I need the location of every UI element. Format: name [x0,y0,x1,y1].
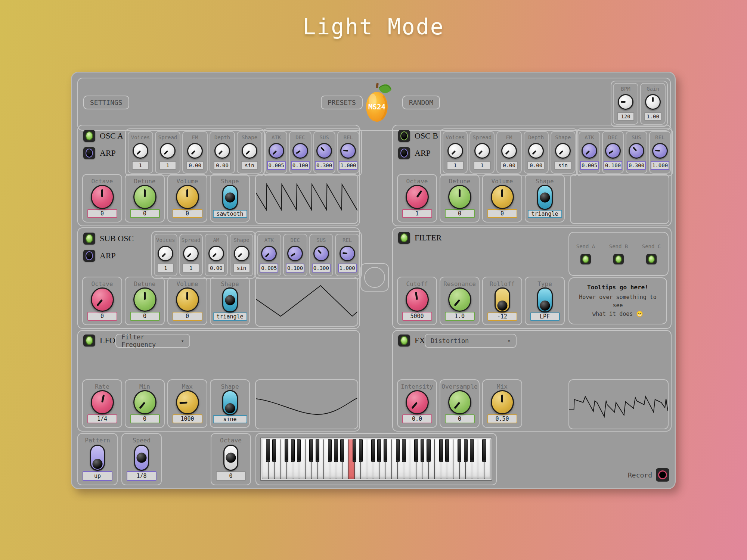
osc-a-depth-value[interactable]: 0.00 [214,161,231,170]
sub-osc-dec-knob[interactable] [287,246,303,261]
sub-osc-shape-toggle[interactable] [222,287,238,312]
record-button[interactable] [656,468,669,482]
sub-osc-am-knob[interactable] [208,246,224,261]
osc-b-sus-knob[interactable] [629,143,644,159]
osc-b-detune-value[interactable]: 0 [445,209,475,218]
osc-a-detune-knob[interactable] [133,185,156,209]
lfo-max-value[interactable]: 1000 [173,414,202,423]
sub-osc-voices-value[interactable]: 1 [157,264,174,273]
osc-a-atk-knob[interactable] [269,143,284,159]
presets-button[interactable]: PRESETS [321,96,363,109]
piano-black-key[interactable] [297,439,301,462]
piano-black-key[interactable] [328,439,332,462]
send-c-led[interactable] [646,254,657,264]
filter-cutoff-value[interactable]: 5000 [402,312,432,321]
osc-b-dec-value[interactable]: 0.100 [604,161,622,170]
osc-a-shape-value[interactable]: sawtooth [213,210,247,218]
piano-black-key[interactable] [340,439,344,462]
piano-black-key[interactable] [353,439,356,462]
filter-type-value[interactable]: LPF [530,312,560,321]
osc-a-arp-led[interactable] [83,147,95,159]
osc-b-fm-knob[interactable] [501,143,517,159]
keys-octave-toggle[interactable] [223,445,238,471]
osc-a-mod-shape-value[interactable]: sin [241,161,258,170]
piano-black-key[interactable] [377,439,381,462]
sub-osc-rel-knob[interactable] [340,246,355,261]
settings-button[interactable]: SETTINGS [83,96,129,109]
osc-b-volume-value[interactable]: 0 [487,209,517,218]
bpm-value[interactable]: 120 [617,112,634,121]
osc-a-depth-knob[interactable] [214,143,230,159]
osc-b-rel-value[interactable]: 1.000 [651,161,669,170]
piano-black-key[interactable] [439,439,443,462]
osc-a-spread-knob[interactable] [160,143,176,159]
fx-effect-dropdown[interactable]: Distortion ▾ [425,334,517,348]
piano-black-key[interactable] [316,439,319,462]
osc-b-fm-value[interactable]: 0.00 [500,161,518,170]
sub-osc-dec-value[interactable]: 0.100 [286,264,304,273]
sub-osc-rel-value[interactable]: 1.000 [338,264,357,273]
sub-osc-sus-knob[interactable] [313,246,329,261]
osc-a-octave-value[interactable]: 0 [87,209,117,218]
piano-black-key[interactable] [458,439,461,462]
speed-toggle[interactable] [134,445,149,471]
sub-osc-octave-knob[interactable] [91,287,114,312]
filter-resonance-knob[interactable] [448,287,471,312]
sub-osc-spread-knob[interactable] [183,246,199,261]
osc-a-volume-value[interactable]: 0 [173,209,202,218]
filter-rolloff-value[interactable]: -12 [487,312,517,321]
piano-black-key[interactable] [445,439,449,462]
piano-black-key[interactable] [464,439,468,462]
sub-osc-atk-value[interactable]: 0.005 [260,264,278,273]
osc-a-octave-knob[interactable] [91,185,114,209]
osc-b-mod-shape-value[interactable]: sin [554,161,571,170]
piano-black-key[interactable] [285,439,288,462]
sub-osc-detune-value[interactable]: 0 [130,312,160,321]
speed-value[interactable]: 1/8 [127,471,156,481]
lfo-min-value[interactable]: 0 [130,414,160,423]
gain-knob[interactable] [645,94,661,110]
filter-rolloff-toggle[interactable] [495,287,510,312]
osc-b-depth-value[interactable]: 0.00 [527,161,545,170]
fx-intensity-value[interactable]: 0.0 [402,414,432,423]
piano-black-key[interactable] [470,439,474,462]
lfo-shape-value[interactable]: sine [213,415,247,423]
osc-b-octave-value[interactable]: 1 [402,209,432,218]
lfo-shape-toggle[interactable] [222,390,238,415]
osc-a-fm-value[interactable]: 0.00 [186,161,204,170]
osc-a-dec-value[interactable]: 0.100 [291,161,310,170]
osc-a-atk-value[interactable]: 0.005 [267,161,286,170]
piano-black-key[interactable] [309,439,313,462]
sub-osc-sus-value[interactable]: 0.300 [312,264,331,273]
lfo-rate-value[interactable]: 1/4 [87,414,117,423]
piano-black-key[interactable] [402,439,406,462]
osc-a-rel-value[interactable]: 1.000 [339,161,357,170]
lfo-max-knob[interactable] [176,390,199,414]
sub-osc-am-value[interactable]: 0.00 [208,264,225,273]
osc-b-sus-value[interactable]: 0.300 [627,161,646,170]
osc-b-spread-value[interactable]: 1 [474,161,491,170]
fx-oversample-knob[interactable] [448,390,471,414]
sub-osc-voices-knob[interactable] [158,246,173,261]
sub-osc-volume-knob[interactable] [176,287,199,312]
sub-osc-arp-led[interactable] [83,250,95,262]
keys-octave-value[interactable]: 0 [216,471,246,481]
lfo-rate-knob[interactable] [91,390,114,414]
center-pad[interactable] [360,263,389,292]
osc-a-dec-knob[interactable] [292,143,308,159]
osc-a-rel-knob[interactable] [340,143,356,159]
sub-osc-atk-knob[interactable] [261,246,277,261]
osc-a-sus-knob[interactable] [316,143,332,159]
osc-b-voices-value[interactable]: 1 [447,161,464,170]
piano-black-key[interactable] [384,439,387,462]
lfo-power-led[interactable] [83,335,95,346]
osc-b-atk-knob[interactable] [582,143,597,159]
osc-a-shape-toggle[interactable] [222,185,238,210]
osc-b-detune-knob[interactable] [448,185,471,209]
piano-black-key[interactable] [359,439,363,462]
lfo-target-dropdown[interactable]: Filter Frequency ▾ [115,334,190,348]
osc-b-mod-shape-knob[interactable] [555,143,571,159]
sub-osc-spread-value[interactable]: 1 [182,264,199,273]
osc-b-shape-value[interactable]: triangle [528,210,562,218]
sub-osc-mod-shape-value[interactable]: sin [233,264,250,273]
